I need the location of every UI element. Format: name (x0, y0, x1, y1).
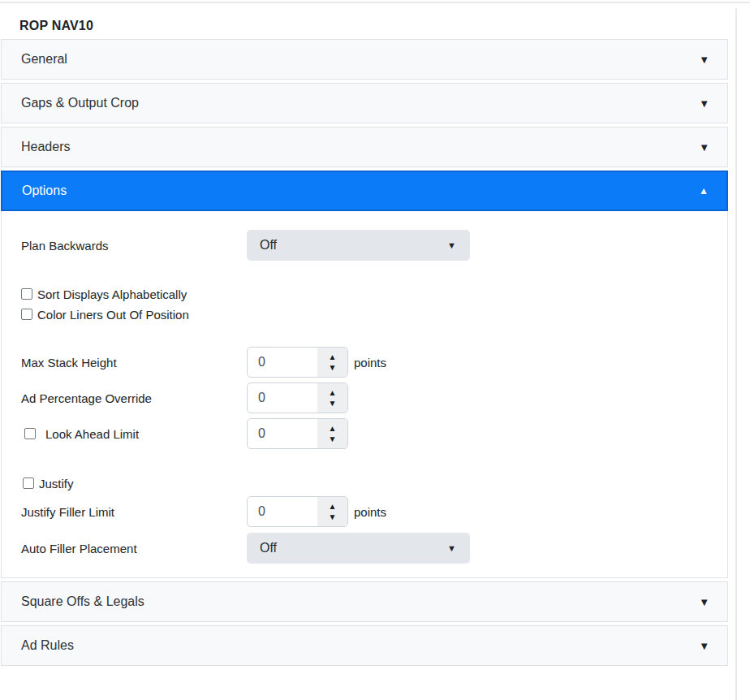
look-ahead-limit-row: Look Ahead Limit (24, 418, 139, 449)
section-label: Headers (21, 140, 70, 154)
spinner-down-icon[interactable]: ▼ (329, 364, 337, 372)
spinner-down-icon[interactable]: ▼ (329, 400, 337, 408)
spinner: ▲ ▼ (317, 383, 347, 413)
section-header-gaps-output-crop[interactable]: Gaps & Output Crop ▼ (1, 83, 728, 123)
look-ahead-limit-value: 0 (248, 426, 265, 441)
chevron-down-icon: ▼ (699, 142, 709, 153)
color-liners-checkbox[interactable] (21, 309, 32, 320)
settings-accordion: General ▼ Gaps & Output Crop ▼ Headers ▼… (1, 39, 728, 669)
justify-checkbox[interactable] (23, 477, 34, 489)
spinner-up-icon[interactable]: ▲ (329, 353, 337, 361)
spinner-down-icon[interactable]: ▼ (329, 513, 337, 521)
look-ahead-limit-checkbox[interactable] (24, 428, 36, 439)
ad-percentage-override-input[interactable]: 0 ▲ ▼ (247, 382, 348, 413)
color-liners-row: Color Liners Out Of Position (21, 305, 189, 323)
justify-filler-limit-unit: points (354, 496, 386, 527)
chevron-down-icon: ▼ (699, 597, 709, 607)
justify-filler-limit-input[interactable]: 0 ▲ ▼ (247, 496, 348, 527)
auto-filler-placement-value: Off (260, 541, 277, 555)
section-header-ad-rules[interactable]: Ad Rules ▼ (1, 625, 728, 666)
spinner-up-icon[interactable]: ▲ (329, 503, 337, 511)
max-stack-height-value: 0 (248, 355, 265, 369)
max-stack-height-label: Max Stack Height (21, 347, 117, 378)
accordion-item-square-offs-legals: Square Offs & Legals ▼ (1, 581, 728, 622)
justify-filler-limit-value: 0 (248, 504, 265, 519)
color-liners-label: Color Liners Out Of Position (37, 308, 189, 322)
plan-backwards-value: Off (260, 238, 277, 253)
settings-page: ROP NAV10 General ▼ Gaps & Output Crop ▼… (0, 0, 750, 700)
accordion-item-ad-rules: Ad Rules ▼ (1, 625, 728, 666)
justify-filler-limit-label: Justify Filler Limit (21, 496, 114, 527)
ad-percentage-override-label: Ad Percentage Override (21, 382, 152, 413)
chevron-down-icon: ▼ (699, 641, 709, 651)
spinner: ▲ ▼ (317, 348, 347, 377)
accordion-item-options: Options ▲ Plan Backwards Off ▼ Sort Disp… (1, 171, 728, 578)
max-stack-height-unit: points (354, 347, 386, 378)
select-caret-icon: ▼ (447, 544, 456, 553)
section-header-general[interactable]: General ▼ (1, 39, 728, 80)
select-caret-icon: ▼ (447, 241, 456, 250)
chevron-down-icon: ▼ (699, 54, 709, 65)
section-label: Ad Rules (21, 638, 74, 653)
max-stack-height-input[interactable]: 0 ▲ ▼ (247, 347, 348, 378)
spinner: ▲ ▼ (317, 497, 347, 526)
plan-backwards-label: Plan Backwards (21, 230, 109, 261)
sort-displays-row: Sort Displays Alphabetically (21, 285, 187, 303)
section-header-square-offs-legals[interactable]: Square Offs & Legals ▼ (1, 581, 728, 622)
look-ahead-limit-label: Look Ahead Limit (45, 427, 139, 441)
options-panel-body: Plan Backwards Off ▼ Sort Displays Alpha… (1, 211, 728, 578)
accordion-item-gaps-output-crop: Gaps & Output Crop ▼ (1, 83, 728, 123)
look-ahead-limit-input[interactable]: 0 ▲ ▼ (247, 418, 348, 449)
auto-filler-placement-select[interactable]: Off ▼ (247, 533, 470, 564)
right-panel-divider (735, 8, 737, 700)
top-divider (0, 2, 750, 3)
auto-filler-placement-label: Auto Filler Placement (21, 533, 137, 564)
accordion-item-general: General ▼ (1, 39, 728, 80)
section-label: Gaps & Output Crop (21, 96, 139, 110)
sort-displays-checkbox[interactable] (21, 288, 32, 300)
justify-label: Justify (39, 477, 74, 490)
chevron-down-icon: ▼ (699, 98, 709, 109)
page-title: ROP NAV10 (19, 19, 93, 33)
section-label: General (21, 52, 67, 67)
spinner: ▲ ▼ (317, 419, 347, 448)
chevron-up-icon: ▲ (699, 186, 709, 196)
plan-backwards-select[interactable]: Off ▼ (247, 230, 470, 261)
justify-row: Justify (23, 474, 74, 492)
section-header-headers[interactable]: Headers ▼ (1, 127, 728, 167)
sort-displays-label: Sort Displays Alphabetically (37, 287, 187, 301)
section-label: Options (22, 184, 67, 198)
ad-percentage-override-value: 0 (248, 391, 265, 405)
spinner-up-icon[interactable]: ▲ (329, 425, 337, 433)
accordion-item-headers: Headers ▼ (1, 127, 728, 167)
spinner-up-icon[interactable]: ▲ (329, 389, 337, 397)
section-header-options[interactable]: Options ▲ (1, 171, 728, 211)
spinner-down-icon[interactable]: ▼ (329, 435, 337, 443)
section-label: Square Offs & Legals (21, 594, 144, 609)
